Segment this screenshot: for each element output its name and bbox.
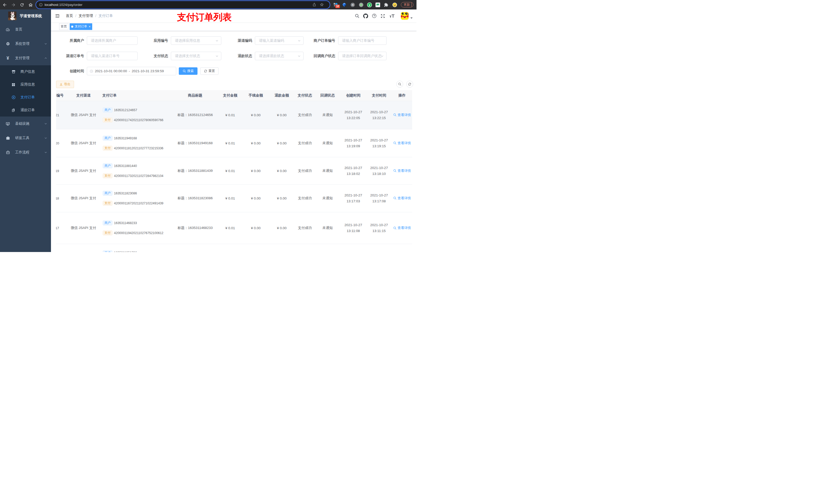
address-bar[interactable]: localhost:1024/pay/order (36, 1, 330, 8)
pay-status-cell: 支付成功 (295, 212, 315, 244)
orders-table: 订单编号支付渠道支付订单商品标题支付金额手续金额退款金额支付状态回调状态创建时间… (56, 90, 412, 252)
pay-time-cell: 2021-10-2713:22:15 (366, 101, 392, 129)
tab-pay-order[interactable]: 支付订单× (70, 23, 92, 30)
hamburger-icon[interactable] (55, 13, 60, 19)
puzzle-extensions-icon[interactable] (384, 3, 388, 7)
green-y-extension-icon[interactable]: y (367, 2, 372, 7)
column-header[interactable]: 支付订单 (98, 90, 173, 101)
refresh-button[interactable] (406, 81, 413, 88)
notify-status-cell: 未通知 (315, 129, 341, 157)
column-header[interactable]: 支付状态 (295, 90, 315, 101)
chrome-update-button[interactable]: 更新 (401, 2, 413, 7)
clock-icon (90, 69, 93, 73)
form-label: 商户订单编号 (294, 37, 335, 45)
grey-green-dot-extension-icon[interactable] (359, 3, 363, 7)
sidebar-item-gear[interactable]: 系统管理 (0, 37, 51, 51)
sidebar-item-label: 研发工具 (15, 136, 29, 140)
create-time-range-picker[interactable]: 2021-10-01 00:00:00-2021-10-31 23:59:59 (87, 67, 176, 75)
sidebar-item-storefront[interactable]: 商户信息 (0, 65, 51, 78)
amount-cell: ¥ 0.01 (217, 212, 243, 244)
share-icon[interactable] (312, 3, 316, 7)
fee-cell: ¥ 0.00 (243, 129, 269, 157)
star-icon[interactable] (320, 3, 324, 7)
merchant-tag: 商户 (103, 163, 113, 168)
column-header[interactable]: 商品标题 (173, 90, 217, 101)
create-time-cell: 2021-10-2713:17:03 (340, 184, 366, 212)
merchant-tag: 商户 (103, 191, 113, 196)
pay-time-cell: 2021-10-2713:18:10 (366, 157, 392, 184)
search-button[interactable]: 搜索 (179, 67, 197, 75)
sidebar-item-yen[interactable]: ¥支付管理 (0, 51, 51, 65)
url-text[interactable]: localhost:1024/pay/order (45, 3, 82, 7)
view-detail-link[interactable]: 查看详情 (393, 141, 411, 145)
command-extension-icon[interactable]: ⌘ (351, 3, 355, 7)
tag-label: 支付订单 (75, 24, 87, 29)
view-detail-link[interactable]: 查看详情 (393, 113, 411, 117)
pikachu-avatar[interactable] (401, 12, 409, 20)
svg-text:¥: ¥ (13, 96, 14, 99)
column-header[interactable]: 支付渠道 (69, 90, 98, 101)
sidebar-item-dashboard[interactable]: 首页 (0, 22, 51, 37)
help-icon[interactable] (372, 14, 377, 18)
blue-gem-extension-icon[interactable] (342, 3, 347, 7)
pay-status-cell: 支付成功 (295, 101, 315, 129)
tab-home[interactable]: 首页 (59, 23, 68, 30)
sidebar-item-document[interactable]: 退款订单 (0, 104, 51, 117)
forward-icon[interactable] (11, 2, 16, 7)
form-label: 渠道编码 (211, 37, 252, 45)
order-id-cell: 117 (56, 212, 69, 244)
view-detail-link[interactable]: 查看详情 (393, 196, 411, 200)
breadcrumb-item[interactable]: 首页 (66, 14, 73, 18)
back-icon[interactable] (2, 2, 7, 7)
merchant-order-no-input[interactable]: 请输入商户订单编号 (338, 37, 386, 45)
amount-cell: ¥ 0.01 (217, 129, 243, 157)
search-icon[interactable] (355, 14, 359, 18)
callback-status-select[interactable]: 请选择订单回调商户状态 (338, 52, 386, 60)
view-detail-link[interactable]: 查看详情 (393, 169, 411, 173)
merchant-order-no: 1635312124657 (114, 108, 137, 112)
notify-status-cell: 未通知 (315, 184, 341, 212)
column-header[interactable]: 创建时间 (340, 90, 366, 101)
green-chat-extension-icon[interactable] (376, 3, 380, 7)
font-size-icon[interactable] (389, 14, 395, 19)
sidebar-item-toolbox[interactable]: 研发工具 (0, 131, 51, 145)
export-button[interactable]: 导出 (56, 81, 74, 88)
breadcrumb-item[interactable]: 支付管理 (79, 14, 93, 18)
reset-button[interactable]: 重置 (200, 67, 219, 75)
search-toggle-button[interactable] (396, 81, 403, 88)
column-header[interactable]: 手续金额 (243, 90, 269, 101)
view-detail-link[interactable]: 查看详情 (393, 225, 411, 230)
sidebar-item-briefcase[interactable]: 工作流程 (0, 145, 51, 160)
cell (366, 244, 392, 252)
home-icon[interactable] (28, 2, 33, 7)
reload-icon[interactable] (20, 3, 24, 7)
column-header[interactable]: 回调状态 (315, 90, 341, 101)
user-menu[interactable] (401, 12, 413, 20)
update-label: 更新 (404, 3, 410, 7)
pay-date: 2021-10-27 (366, 137, 392, 143)
column-header[interactable]: 支付金额 (217, 90, 243, 101)
emoji-extension-icon[interactable] (392, 3, 397, 7)
column-header[interactable]: 订单编号 (56, 90, 69, 101)
site-info-icon[interactable] (39, 3, 43, 7)
column-header[interactable]: 退款金额 (269, 90, 295, 101)
fullscreen-icon[interactable] (380, 14, 385, 19)
sidebar-logo[interactable]: 芋道管理系统 (0, 9, 51, 22)
sidebar-item-grid[interactable]: 应用信息 (0, 78, 51, 91)
form-label: 所属商户 (51, 37, 84, 45)
channel-cell: 微信 JSAPI 支付 (69, 184, 98, 212)
column-header[interactable]: 支付时间 (366, 90, 392, 101)
pay-date: 2021-10-27 (366, 192, 392, 198)
pay-time: 13:18:10 (366, 171, 392, 177)
sidebar-item-monitor[interactable]: 基础设施 (0, 117, 51, 131)
close-icon[interactable]: × (89, 25, 91, 28)
create-date: 2021-10-27 (340, 192, 366, 198)
chevron-down-icon (44, 122, 47, 125)
sidebar-item-yen-circle[interactable]: ¥支付订单 (0, 91, 51, 104)
grid-icon (11, 83, 16, 87)
kebab-menu-icon[interactable] (411, 3, 412, 6)
sidebar-item-label: 支付订单 (21, 95, 35, 100)
pay-time: 13:17:08 (366, 198, 392, 204)
column-header[interactable]: 操作 (392, 90, 412, 101)
github-icon[interactable] (363, 14, 368, 19)
